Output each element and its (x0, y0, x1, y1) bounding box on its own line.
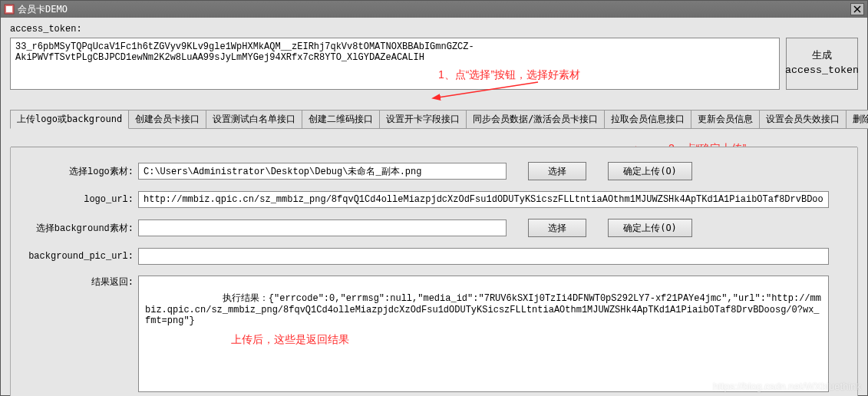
tab-update-member-info[interactable]: 更新会员信息 (691, 110, 760, 129)
tab-create-qrcode[interactable]: 创建二维码接口 (302, 110, 380, 129)
bg-upload-button[interactable]: 确定上传(O) (608, 219, 692, 237)
generate-line1: 生成 (812, 49, 832, 64)
logo-path-input[interactable] (138, 163, 507, 180)
tab-create-member-card[interactable]: 创建会员卡接口 (128, 110, 206, 129)
tab-sync-activate[interactable]: 同步会员数据/激活会员卡接口 (466, 110, 605, 129)
logo-url-label: logo_url: (20, 194, 138, 205)
generate-access-token-button[interactable]: 生成 access_token (786, 38, 858, 90)
bg-select-label: 选择background素材: (20, 222, 138, 235)
tab-set-member-invalid[interactable]: 设置会员失效接口 (759, 110, 847, 129)
close-button[interactable] (850, 3, 864, 15)
watermark: https://blog.csdn.net/WXbluethink (713, 381, 861, 392)
bg-url-label: background_pic_url: (20, 251, 138, 262)
bg-url-input[interactable] (138, 248, 829, 265)
access-token-label: access_token: (10, 24, 79, 35)
app-icon (4, 4, 15, 15)
generate-line2: access_token (785, 64, 859, 78)
result-label: 结果返回: (20, 276, 138, 289)
bg-select-button[interactable]: 选择 (528, 219, 586, 237)
result-text: 执行结果：{"errcode":0,"errmsg":null,"media_i… (145, 293, 821, 326)
bg-path-input[interactable] (138, 219, 507, 236)
tab-fetch-member-info[interactable]: 拉取会员信息接口 (604, 110, 691, 129)
logo-url-input[interactable] (138, 191, 829, 208)
logo-upload-button[interactable]: 确定上传(O) (608, 162, 692, 180)
logo-select-button[interactable]: 选择 (528, 162, 586, 180)
svg-rect-1 (6, 6, 12, 12)
logo-select-label: 选择logo素材: (20, 165, 138, 178)
access-token-input[interactable]: 33_r6pbMSyTQPqUcaV1Fc1h6tZGVyv9KLv9gle1W… (10, 38, 780, 90)
app-window: 会员卡DEMO access_token: 33_r6pbMSyTQPqUcaV… (0, 0, 868, 396)
tabstrip: 上传logo或background 创建会员卡接口 设置测试白名单接口 创建二维… (10, 110, 858, 129)
tab-set-card-fields[interactable]: 设置开卡字段接口 (379, 110, 467, 129)
tab-set-test-whitelist[interactable]: 设置测试白名单接口 (206, 110, 302, 129)
annotation-3: 上传后，这些是返回结果 (231, 333, 349, 347)
tab-panel: 选择logo素材: 选择 确定上传(O) logo_url: 选 (11, 148, 857, 396)
tab-upload-logo-background[interactable]: 上传logo或background (10, 110, 129, 129)
titlebar: 会员卡DEMO (1, 1, 867, 18)
result-textarea[interactable]: 执行结果：{"errcode":0,"errmsg":null,"media_i… (138, 276, 829, 392)
window-title: 会员卡DEMO (18, 3, 68, 16)
tab-delete-member-card[interactable]: 删除会员卡 (846, 110, 868, 129)
